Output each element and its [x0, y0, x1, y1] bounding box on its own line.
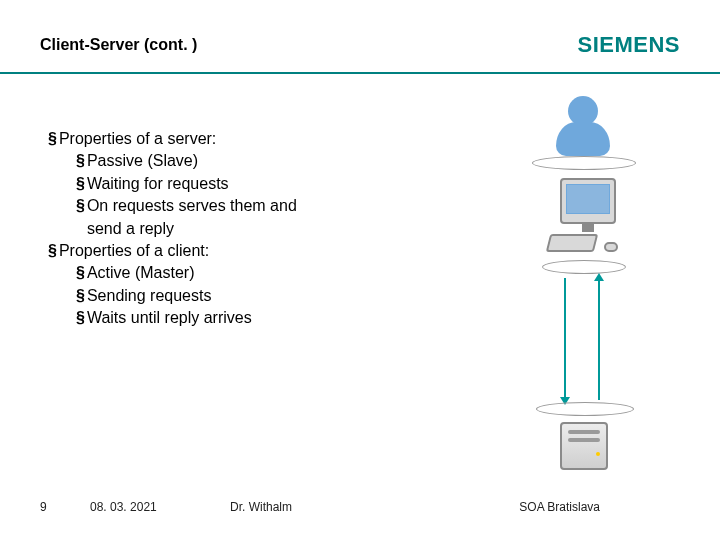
footer-date: 08. 03. 2021	[90, 500, 230, 514]
list-item: § Passive (Slave)	[76, 150, 316, 172]
bullet-icon: §	[76, 195, 85, 217]
text: Waits until reply arrives	[87, 307, 252, 329]
text: Active (Master)	[87, 262, 195, 284]
slide-body: § Properties of a server: § Passive (Sla…	[48, 128, 316, 330]
arrow-down-icon	[564, 278, 566, 400]
slide-footer: 9 08. 03. 2021 Dr. Withalm SOA Bratislav…	[40, 500, 680, 514]
bullet-icon: §	[48, 128, 57, 150]
server-icon	[556, 416, 612, 476]
siemens-logo: SIEMENS	[577, 32, 680, 58]
text: Sending requests	[87, 285, 212, 307]
shadow-ellipse	[532, 156, 636, 170]
bullet-icon: §	[76, 173, 85, 195]
list-item: § Waits until reply arrives	[76, 307, 316, 329]
text: Properties of a server:	[59, 128, 216, 150]
keyboard-icon	[546, 234, 598, 252]
mouse-icon	[604, 242, 618, 252]
monitor-icon	[560, 178, 616, 224]
bullet-icon: §	[76, 262, 85, 284]
client-workstation-icon	[548, 178, 628, 260]
list-item: § Active (Master)	[76, 262, 316, 284]
server-properties-list: § Passive (Slave) § Waiting for requests…	[76, 150, 316, 240]
slide-title: Client-Server (cont. )	[40, 36, 197, 54]
footer-author: Dr. Withalm	[230, 500, 450, 514]
arrow-up-icon	[598, 278, 600, 400]
bullet-icon: §	[76, 307, 85, 329]
client-properties-heading: § Properties of a client:	[48, 240, 316, 262]
text: Properties of a client:	[59, 240, 209, 262]
shadow-ellipse	[536, 402, 634, 416]
text: Waiting for requests	[87, 173, 229, 195]
page-number: 9	[40, 500, 90, 514]
text: On requests serves them and send a reply	[87, 195, 316, 240]
server-properties-heading: § Properties of a server:	[48, 128, 316, 150]
client-properties-list: § Active (Master) § Sending requests § W…	[76, 262, 316, 329]
header-divider	[0, 72, 720, 74]
bullet-icon: §	[76, 150, 85, 172]
list-item: § Sending requests	[76, 285, 316, 307]
list-item: § Waiting for requests	[76, 173, 316, 195]
user-icon	[548, 92, 618, 162]
slide-header: Client-Server (cont. ) SIEMENS	[40, 20, 680, 70]
bullet-icon: §	[76, 285, 85, 307]
shadow-ellipse	[542, 260, 626, 274]
list-item: § On requests serves them and send a rep…	[76, 195, 316, 240]
bullet-icon: §	[48, 240, 57, 262]
client-server-diagram	[498, 92, 668, 472]
footer-location: SOA Bratislava	[519, 500, 600, 514]
text: Passive (Slave)	[87, 150, 198, 172]
